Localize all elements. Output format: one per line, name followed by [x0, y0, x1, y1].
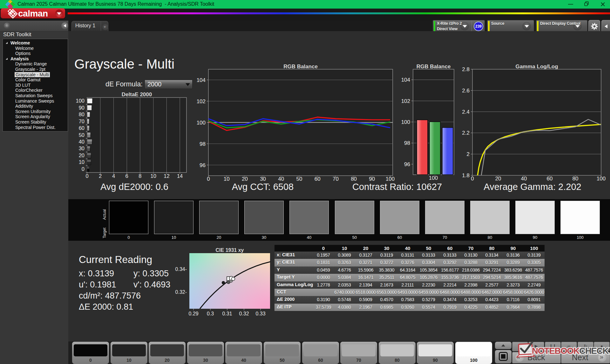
svg-text:80: 80	[573, 176, 579, 182]
svg-text:8: 8	[139, 173, 141, 179]
svg-text:0: 0	[85, 173, 88, 179]
svg-text:20: 20	[242, 176, 248, 182]
svg-text:20: 20	[79, 152, 85, 158]
svg-text:80: 80	[79, 111, 85, 117]
svg-text:2: 2	[99, 173, 102, 179]
svg-text:40: 40	[521, 176, 527, 182]
svg-text:10: 10	[224, 176, 230, 182]
svg-text:10: 10	[151, 173, 156, 179]
svg-text:96: 96	[404, 161, 410, 167]
svg-text:NOTEBOOKCHECK: NOTEBOOKCHECK	[532, 346, 609, 356]
svg-text:14: 14	[177, 173, 183, 179]
svg-text:4: 4	[112, 173, 115, 179]
svg-text:90: 90	[369, 176, 375, 182]
svg-text:90: 90	[79, 105, 85, 111]
svg-text:1.8: 1.8	[462, 172, 470, 179]
svg-text:2.4: 2.4	[462, 109, 470, 115]
svg-text:2: 2	[467, 151, 470, 157]
svg-text:40: 40	[79, 139, 85, 145]
svg-text:70: 70	[79, 118, 85, 124]
svg-text:98: 98	[200, 141, 206, 147]
svg-text:0.31: 0.31	[222, 311, 232, 316]
svg-text:60: 60	[547, 176, 553, 182]
svg-text:0.3: 0.3	[207, 311, 214, 316]
svg-text:0.33: 0.33	[255, 311, 265, 316]
svg-text:20: 20	[495, 176, 501, 182]
svg-text:100: 100	[76, 98, 85, 104]
svg-text:100: 100	[429, 175, 438, 181]
svg-text:60: 60	[315, 176, 321, 182]
svg-text:100: 100	[197, 120, 206, 126]
svg-text:96: 96	[200, 162, 206, 168]
svg-text:0: 0	[207, 176, 210, 182]
svg-text:104: 104	[197, 77, 206, 83]
svg-text:0.29: 0.29	[188, 311, 198, 316]
svg-text:0.32-: 0.32-	[175, 289, 187, 295]
svg-text:70: 70	[333, 176, 339, 182]
svg-text:102: 102	[401, 98, 410, 104]
svg-text:100: 100	[597, 176, 606, 182]
svg-text:80: 80	[351, 176, 357, 182]
svg-text:0.32: 0.32	[239, 311, 249, 316]
svg-text:10: 10	[79, 159, 85, 165]
svg-text:6: 6	[125, 173, 128, 179]
svg-text:98: 98	[404, 140, 410, 146]
svg-text:0: 0	[82, 166, 85, 172]
svg-text:40: 40	[278, 176, 284, 182]
svg-text:2.6: 2.6	[462, 88, 470, 94]
svg-text:60: 60	[79, 125, 85, 131]
svg-text:30: 30	[79, 145, 85, 151]
svg-text:2.2: 2.2	[462, 130, 470, 136]
svg-text:30: 30	[260, 176, 266, 182]
svg-text:100: 100	[386, 176, 395, 182]
svg-text:12: 12	[164, 173, 169, 179]
svg-text:100: 100	[401, 119, 410, 125]
svg-text:104: 104	[401, 77, 410, 83]
svg-text:50: 50	[79, 132, 85, 138]
svg-text:0: 0	[471, 176, 474, 182]
svg-text:2.8: 2.8	[462, 66, 470, 72]
svg-text:102: 102	[197, 98, 206, 104]
svg-text:50: 50	[296, 176, 302, 182]
svg-text:0.34-: 0.34-	[175, 266, 187, 272]
